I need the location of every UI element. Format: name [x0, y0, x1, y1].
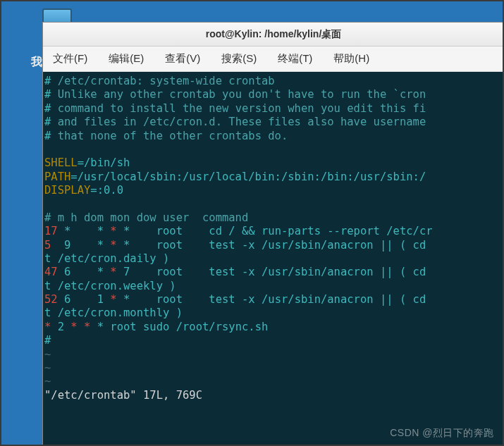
hash-icon: # [44, 75, 51, 87]
hash-icon: # [44, 116, 51, 128]
cron-min: 5 [44, 239, 58, 252]
cron-header: # m h dom mon dow user command [44, 211, 248, 224]
window-titlebar[interactable]: root@Kylin: /home/kylin/桌面 [43, 23, 504, 47]
cron-fields: 6 * [58, 266, 111, 278]
blank-line [44, 197, 51, 210]
cron-wrap: t /etc/cron.monthly ) [44, 306, 183, 319]
cron-cmd: * root sudo /root/rsync.sh [90, 321, 268, 333]
terminal-window: root@Kylin: /home/kylin/桌面 文件(F) 编辑(E) 查… [42, 22, 504, 446]
desktop-partial-text: 我 [31, 55, 42, 70]
hash-icon: # [44, 88, 51, 101]
hash-icon: # [44, 102, 51, 115]
vim-status-line: "/etc/crontab" 17L, 769C [44, 389, 202, 402]
cron-cmd: * root test -x /usr/sbin/anacron || ( cd [117, 293, 433, 306]
cron-fields: 9 * [58, 239, 111, 252]
cron-min: 52 [44, 293, 58, 306]
watermark-text: CSDN @烈日下的奔跑 [390, 427, 494, 440]
cron-star: * [70, 321, 77, 333]
cron-fields [78, 321, 84, 333]
cron-fields: 6 1 [58, 293, 111, 306]
hash-icon: # [44, 130, 51, 142]
menubar: 文件(F) 编辑(E) 查看(V) 搜索(S) 终端(T) 帮助(H) [43, 47, 504, 72]
comment-line: command to install the new version when … [51, 102, 426, 115]
env-key: DISPLAY [44, 184, 90, 197]
comment-line: that none of the other crontabs do. [51, 130, 288, 142]
vim-tilde: ~ [44, 375, 51, 388]
env-val: =/usr/local/sbin:/usr/local/bin:/sbin:/b… [70, 171, 426, 183]
comment-line: Unlike any other crontab you don't have … [51, 88, 426, 101]
cron-wrap: t /etc/cron.weekly ) [44, 280, 176, 292]
env-val: =:0.0 [90, 184, 123, 197]
menu-terminal[interactable]: 终端(T) [273, 49, 316, 68]
cron-star: * [110, 266, 116, 278]
cron-star: * [84, 321, 90, 333]
cron-wrap: t /etc/cron.daily ) [44, 252, 169, 265]
hash-icon: # [44, 334, 51, 347]
env-key: SHELL [44, 156, 78, 169]
cron-fields: 2 [51, 321, 70, 333]
menu-edit[interactable]: 编辑(E) [104, 49, 148, 68]
env-val: =/bin/sh [78, 156, 130, 169]
menu-file[interactable]: 文件(F) [49, 49, 92, 68]
blank-line [44, 143, 51, 156]
cron-min: 17 [44, 225, 58, 237]
menu-view[interactable]: 查看(V) [161, 49, 204, 68]
cron-star: * [110, 293, 116, 306]
env-key: PATH [44, 171, 70, 183]
cron-star: * [44, 321, 51, 333]
cron-star: * [110, 239, 116, 252]
menu-help[interactable]: 帮助(H) [329, 49, 374, 68]
cron-min: 47 [44, 266, 58, 278]
menu-search[interactable]: 搜索(S) [217, 49, 261, 68]
vim-tilde: ~ [44, 348, 51, 361]
terminal-content[interactable]: # /etc/crontab: system-wide crontab # Un… [43, 72, 504, 446]
comment-line: and files in /etc/cron.d. These files al… [51, 116, 426, 128]
comment-line: /etc/crontab: system-wide crontab [51, 75, 274, 87]
cron-cmd: * root test -x /usr/sbin/anacron || ( cd [117, 239, 433, 252]
cron-cmd: * root cd / && run-parts --report /etc/c… [117, 225, 433, 237]
cron-star: * [110, 225, 116, 237]
vim-tilde: ~ [44, 361, 51, 374]
window-title: root@Kylin: /home/kylin/桌面 [206, 28, 342, 41]
cron-cmd: 7 root test -x /usr/sbin/anacron || ( cd [117, 266, 433, 278]
cron-fields: * * [58, 225, 111, 237]
